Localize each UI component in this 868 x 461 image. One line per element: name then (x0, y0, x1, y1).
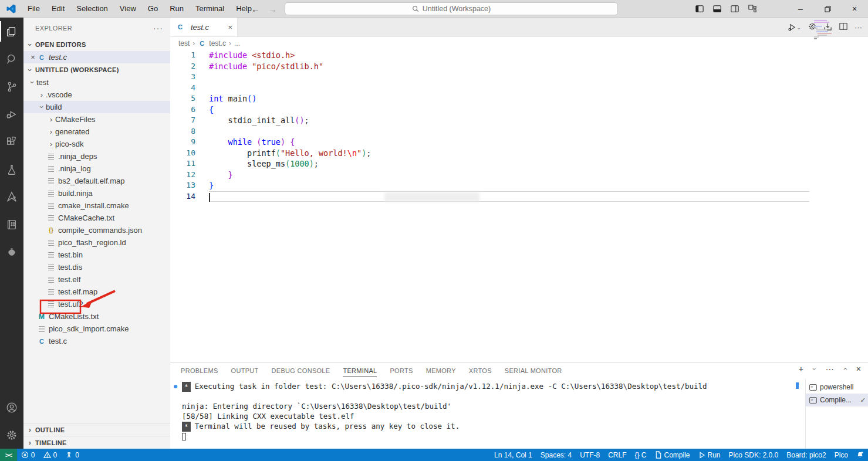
code-line-8[interactable]: 8 (170, 126, 868, 137)
customize-layout-icon[interactable] (748, 5, 756, 13)
accounts-icon[interactable] (0, 394, 23, 421)
outline-section[interactable]: ›OUTLINE (23, 423, 170, 436)
back-arrow-icon[interactable]: ← (251, 4, 260, 14)
timeline-section[interactable]: ›TIMELINE (23, 436, 170, 449)
tree-file-compile-commands-json[interactable]: {}compile_commands.json (23, 224, 170, 236)
code-line-3[interactable]: 3 (170, 72, 868, 83)
status-item-run[interactable]: Run (694, 449, 725, 461)
code-editor[interactable]: 1#include <stdio.h>2#include "pico/stdli… (170, 50, 868, 362)
run-and-debug-icon[interactable] (0, 100, 23, 128)
code-line-10[interactable]: 10 printf("Hello, world!\n"); (170, 148, 868, 159)
menu-file[interactable]: File (22, 2, 45, 15)
minimap[interactable] (814, 20, 832, 40)
tab-test-c[interactable]: C test.c × (170, 18, 238, 36)
status-item--c[interactable]: {} C (631, 449, 651, 461)
status-item-utf-8[interactable]: UTF-8 (576, 449, 604, 461)
close-icon[interactable]: × (28, 53, 38, 62)
status-item-0[interactable]: 0 (61, 449, 83, 461)
tree-file-bs2-default-elf-map[interactable]: bs2_default.elf.map (23, 175, 170, 187)
code-line-1[interactable]: 1#include <stdio.h> (170, 50, 868, 61)
menu-terminal[interactable]: Terminal (190, 2, 229, 15)
explorer-more-actions[interactable]: ··· (153, 23, 163, 33)
tree-folder-test[interactable]: ›test (23, 76, 170, 89)
restore-button[interactable] (814, 0, 841, 18)
status-item-pico[interactable]: Pico (830, 449, 852, 461)
tab-close-icon[interactable]: × (228, 23, 232, 32)
code-line-6[interactable]: 6{ (170, 104, 868, 116)
editor-more-actions[interactable]: ··· (855, 23, 862, 32)
status-item-ln-14-col-1[interactable]: Ln 14, Col 1 (490, 449, 536, 461)
panel-tab-ports[interactable]: PORTS (390, 364, 413, 377)
open-editor-item[interactable]: ×Ctest.c (23, 51, 170, 63)
search-icon[interactable] (0, 45, 23, 73)
panel-tab-problems[interactable]: PROBLEMS (181, 364, 218, 377)
code-line-13[interactable]: 13} (170, 180, 868, 191)
tree-file-test-c[interactable]: Ctest.c (23, 335, 170, 347)
split-editor-icon[interactable] (839, 22, 847, 32)
tree-file-test-bin[interactable]: test.bin (23, 249, 170, 261)
tree-folder-build[interactable]: ›build (23, 101, 170, 113)
terminal-instance-compile-[interactable]: >_Compile...✓ (806, 394, 868, 406)
status-item-0[interactable]: 0 (39, 449, 62, 461)
code-line-4[interactable]: 4 (170, 83, 868, 94)
forward-arrow-icon[interactable]: → (268, 4, 277, 14)
status-item-compile[interactable]: Compile (651, 449, 694, 461)
cmake-icon[interactable] (0, 183, 23, 211)
tree-file--ninja-log[interactable]: .ninja_log (23, 162, 170, 175)
workspace-section[interactable]: ›UNTITLED (WORKSPACE) (23, 63, 170, 76)
close-panel-icon[interactable]: × (856, 364, 861, 374)
maximize-panel-icon[interactable]: › (841, 365, 849, 373)
terminal-dropdown-icon[interactable]: › (811, 365, 818, 373)
tree-file-build-ninja[interactable]: build.ninja (23, 187, 170, 199)
menu-view[interactable]: View (114, 2, 141, 15)
menu-selection[interactable]: Selection (71, 2, 113, 15)
new-terminal-icon[interactable]: + (799, 364, 803, 374)
tree-file-pico-flash-region-ld[interactable]: pico_flash_region.ld (23, 236, 170, 249)
breadcrumb[interactable]: test› C test.c› ... (170, 37, 868, 50)
status-item-spaces-4[interactable]: Spaces: 4 (536, 449, 576, 461)
testing-icon[interactable] (0, 155, 23, 183)
minimize-button[interactable]: – (787, 0, 814, 18)
menu-go[interactable]: Go (143, 2, 163, 15)
tree-file-test-elf-map[interactable]: test.elf.map (23, 286, 170, 298)
tree-folder--vscode[interactable]: ›.vscode (23, 89, 170, 101)
tree-folder-cmakefiles[interactable]: ›CMakeFiles (23, 113, 170, 126)
code-line-14[interactable]: 14 (170, 191, 868, 202)
tree-file-pico-sdk-import-cmake[interactable]: pico_sdk_import.cmake (23, 323, 170, 335)
tree-file-cmake-install-cmake[interactable]: cmake_install.cmake (23, 199, 170, 212)
status-item-crlf[interactable]: CRLF (604, 449, 630, 461)
tree-folder-pico-sdk[interactable]: ›pico-sdk (23, 138, 170, 150)
toggle-sidebar-icon[interactable] (695, 5, 704, 13)
extensions-icon[interactable] (0, 128, 23, 155)
status-item-0[interactable]: 0 (17, 449, 39, 461)
tree-file-cmakelists-txt[interactable]: MCMakeLists.txt (23, 310, 170, 323)
tree-file-test-uf2[interactable]: test.uf2 (23, 298, 170, 310)
terminal-output[interactable]: ●*Executing task in folder test: C:\User… (170, 379, 795, 449)
run-or-debug-button[interactable]: ⌄ (788, 23, 801, 32)
tree-file-cmakecache-txt[interactable]: CMakeCache.txt (23, 212, 170, 224)
code-line-9[interactable]: 9 while (true) { (170, 137, 868, 148)
tree-file-test-dis[interactable]: test.dis (23, 261, 170, 273)
status-item-bell[interactable] (852, 449, 868, 461)
code-line-11[interactable]: 11 sleep_ms(1000); (170, 158, 868, 170)
close-button[interactable]: × (841, 0, 868, 18)
panel-more-actions[interactable]: ··· (826, 364, 834, 374)
panel-tab-terminal[interactable]: TERMINAL (343, 364, 377, 377)
menu-run[interactable]: Run (164, 2, 189, 15)
menu-edit[interactable]: Edit (46, 2, 70, 15)
panel-tab-xrtos[interactable]: XRTOS (469, 364, 492, 377)
panel-tab-output[interactable]: OUTPUT (231, 364, 259, 377)
tree-file--ninja-deps[interactable]: .ninja_deps (23, 150, 170, 162)
code-line-5[interactable]: 5int main() (170, 93, 868, 104)
toggle-secondary-sidebar-icon[interactable] (731, 5, 739, 13)
panel-tab-debug-console[interactable]: DEBUG CONSOLE (272, 364, 330, 377)
panel-tab-serial-monitor[interactable]: SERIAL MONITOR (505, 364, 562, 377)
raspberry-pi-icon[interactable] (0, 238, 23, 266)
open-editors-section[interactable]: ›OPEN EDITORS (23, 38, 170, 51)
code-line-7[interactable]: 7 stdio_init_all(); (170, 115, 868, 126)
status-item-pico-sdk-2-0-0[interactable]: Pico SDK: 2.0.0 (725, 449, 783, 461)
tree-file-test-elf[interactable]: test.elf (23, 273, 170, 286)
tree-folder-generated[interactable]: ›generated (23, 126, 170, 138)
command-center-search[interactable]: Untitled (Workspace) (285, 2, 618, 15)
panel-tab-memory[interactable]: MEMORY (426, 364, 456, 377)
